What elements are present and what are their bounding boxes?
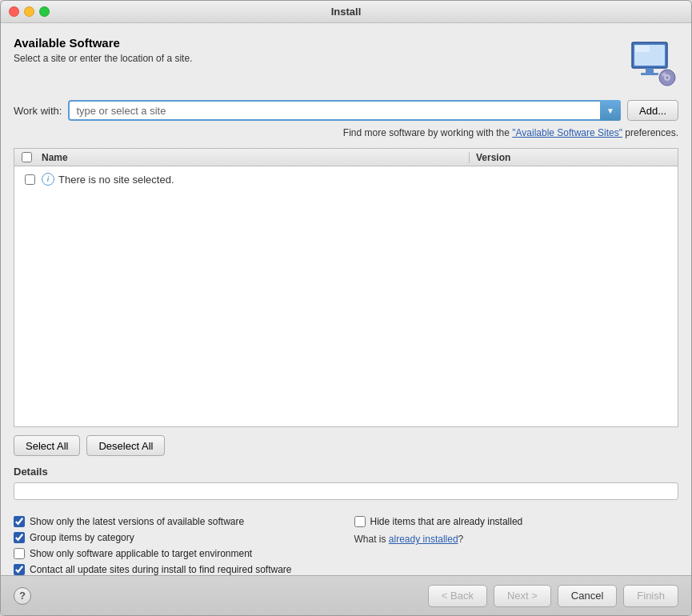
help-button[interactable]: ?: [14, 587, 31, 605]
already-installed-link[interactable]: already installed: [389, 534, 458, 545]
bottom-bar: ? < Back Next > Cancel Finish: [1, 575, 691, 615]
info-icon: i: [42, 173, 54, 186]
svg-point-7: [666, 77, 669, 79]
svg-rect-2: [635, 46, 650, 52]
target-env-label[interactable]: Show only software applicable to target …: [30, 548, 252, 559]
group-by-category-checkbox[interactable]: [14, 532, 25, 543]
details-label: Details: [14, 466, 678, 478]
details-section: Details: [14, 466, 678, 500]
what-is-suffix: ?: [458, 534, 464, 545]
table-body: i There is no site selected.: [14, 166, 678, 426]
what-is-row: What is already installed?: [354, 534, 679, 545]
select-buttons-row: Select All Deselect All: [14, 435, 678, 456]
page-title: Available Software: [14, 36, 192, 50]
group-by-category-label[interactable]: Group items by category: [30, 532, 134, 543]
install-window: Install Available Software Select a site…: [0, 0, 692, 616]
checkboxes-grid: Show only the latest versions of availab…: [14, 516, 678, 575]
main-content: Available Software Select a site or ente…: [1, 23, 691, 575]
add-button[interactable]: Add...: [627, 100, 678, 121]
svg-rect-3: [646, 68, 654, 73]
close-button[interactable]: [9, 6, 19, 17]
options-section: Show only the latest versions of availab…: [14, 516, 678, 575]
hide-installed-label[interactable]: Hide items that are already installed: [370, 516, 523, 527]
computer-icon: [627, 36, 678, 87]
window-title: Install: [331, 6, 362, 18]
table-col-version: Version: [470, 152, 678, 163]
traffic-lights: [9, 6, 50, 17]
target-env-checkbox[interactable]: [14, 548, 25, 559]
checkbox-row-2: Group items by category: [14, 532, 338, 543]
find-more-row: Find more software by working with the "…: [14, 127, 678, 138]
work-with-row: Work with: type or select a site Add...: [14, 100, 678, 121]
hide-installed-checkbox[interactable]: [354, 516, 366, 527]
title-bar: Install: [1, 1, 691, 23]
contact-update-sites-label[interactable]: Contact all update sites during install …: [30, 564, 292, 575]
header-text: Available Software Select a site or ente…: [14, 36, 192, 64]
table-col-name: Name: [38, 152, 470, 163]
no-site-message: There is no site selected.: [58, 174, 174, 186]
row-checkbox-wrap: [18, 174, 42, 185]
contact-update-sites-checkbox[interactable]: [14, 564, 25, 575]
table-header-checkbox: [14, 152, 38, 162]
checkboxes-right: Hide items that are already installed Wh…: [354, 516, 679, 575]
svg-rect-4: [641, 73, 658, 75]
back-button[interactable]: < Back: [428, 585, 487, 607]
cancel-button[interactable]: Cancel: [558, 585, 617, 607]
latest-versions-checkbox[interactable]: [14, 516, 25, 527]
checkbox-row-4: Contact all update sites during install …: [14, 564, 338, 575]
checkbox-row-5: Hide items that are already installed: [354, 516, 679, 527]
bottom-buttons: < Back Next > Cancel Finish: [428, 585, 678, 607]
deselect-all-button[interactable]: Deselect All: [86, 435, 165, 456]
page-subtitle: Select a site or enter the location of a…: [14, 53, 192, 64]
next-button[interactable]: Next >: [494, 585, 551, 607]
details-bar: [14, 482, 678, 500]
software-table: Name Version i There is no site selected…: [14, 148, 678, 427]
minimize-button[interactable]: [24, 6, 34, 17]
header-section: Available Software Select a site or ente…: [14, 36, 678, 87]
checkbox-row-1: Show only the latest versions of availab…: [14, 516, 338, 527]
maximize-button[interactable]: [39, 6, 50, 17]
find-more-prefix: Find more software by working with the: [343, 127, 512, 138]
select-all-checkbox[interactable]: [22, 152, 32, 162]
table-row: i There is no site selected.: [14, 166, 678, 192]
checkboxes-left: Show only the latest versions of availab…: [14, 516, 338, 575]
table-header: Name Version: [14, 149, 678, 166]
site-select[interactable]: type or select a site: [68, 100, 621, 121]
latest-versions-label[interactable]: Show only the latest versions of availab…: [30, 516, 244, 527]
select-all-button[interactable]: Select All: [14, 435, 80, 456]
finish-button[interactable]: Finish: [623, 585, 678, 607]
find-more-suffix: preferences.: [622, 127, 678, 138]
row-checkbox[interactable]: [25, 174, 35, 185]
work-with-label: Work with:: [14, 105, 62, 117]
checkbox-row-3: Show only software applicable to target …: [14, 548, 338, 559]
computer-svg: [627, 36, 678, 87]
site-select-wrap: type or select a site: [68, 100, 621, 121]
available-software-sites-link[interactable]: "Available Software Sites": [512, 127, 622, 138]
what-is-prefix: What is: [354, 534, 389, 545]
